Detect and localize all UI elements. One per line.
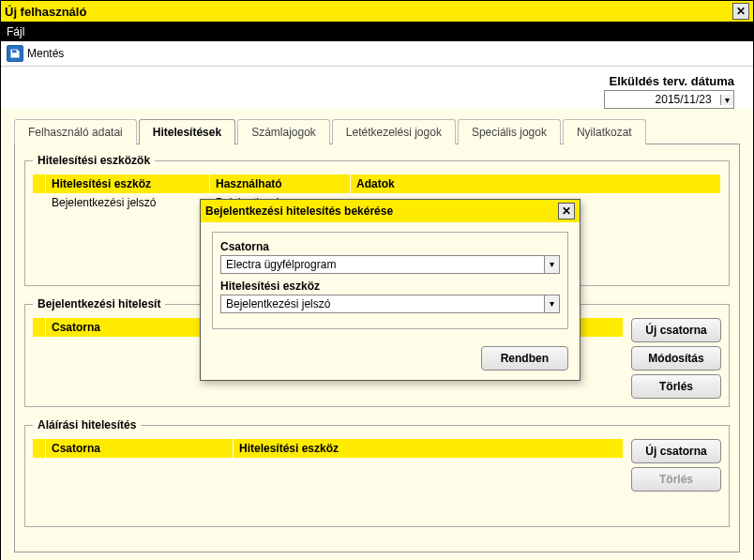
tool-label: Hitelesítési eszköz [220,280,560,293]
save-icon[interactable] [7,45,23,62]
dialog-fieldset: Csatorna ▾ Hitelesítési eszköz ▾ [212,232,568,329]
sign-grid: Csatorna Hitelesítési eszköz [33,439,624,519]
menu-file[interactable]: Fájl [7,25,24,38]
fieldset-sign: Aláírási hitelesítés Csatorna Hitelesíté… [24,418,730,527]
date-zone: Elküldés terv. dátuma ▾ [1,67,753,109]
menubar: Fájl [1,23,753,41]
chevron-down-icon[interactable]: ▾ [544,295,559,312]
new-channel-button[interactable]: Új csatorna [631,318,721,342]
tabs: Felhasználó adatai Hitelesítések Számlaj… [14,118,740,144]
delete-button[interactable]: Törlés [631,374,721,399]
legend-sign: Aláírási hitelesítés [33,418,141,431]
legend-tools: Hitelesítési eszközök [33,154,155,167]
tool-input[interactable] [221,295,544,312]
ok-button[interactable]: Rendben [481,346,568,371]
cell-tool: Bejelentkezési jelszó [46,193,210,212]
close-icon[interactable]: ✕ [558,203,575,219]
tab-hitelesitesek[interactable]: Hitelesítések [139,119,235,144]
channel-combo[interactable]: ▾ [220,255,560,274]
row-gutter [33,439,46,458]
titlebar: Új felhasználó ✕ [1,1,753,23]
date-field: ▾ [604,90,734,109]
tab-szamlajogok[interactable]: Számlajogok [237,119,330,144]
legend-login: Bejelentkezési hitelesít [33,297,165,310]
save-button[interactable]: Mentés [27,47,64,60]
chevron-down-icon[interactable]: ▾ [720,95,733,105]
table-header: Hitelesítési eszköz Használható Adatok [33,174,721,193]
dialog-body: Csatorna ▾ Hitelesítési eszköz ▾ [201,222,580,342]
close-icon[interactable]: ✕ [732,3,749,20]
sign-buttons: Új csatorna Törlés [631,439,721,519]
window-title: Új felhasználó [5,5,86,19]
table-header: Csatorna Hitelesítési eszköz [33,439,624,458]
date-input[interactable] [605,91,717,108]
new-channel-button[interactable]: Új csatorna [631,439,721,463]
tab-letetkezelesi-jogok[interactable]: Letétkezelési jogok [332,119,456,144]
date-label: Elküldés terv. dátuma [1,74,734,88]
tab-felhasznalo-adatai[interactable]: Felhasználó adatai [14,119,137,144]
col-usable: Használható [210,174,351,193]
col-channel: Csatorna [46,439,234,458]
col-data: Adatok [351,174,721,193]
toolbar: Mentés [1,41,753,67]
dialog-titlebar: Bejelentkezési hitelesítés bekérése ✕ [201,200,580,222]
tool-combo[interactable]: ▾ [220,295,560,313]
col-tool: Hitelesítési eszköz [234,439,624,458]
row-gutter [33,174,46,193]
col-tool: Hitelesítési eszköz [46,174,210,193]
chevron-down-icon[interactable]: ▾ [544,256,559,273]
row-gutter [33,193,46,212]
row-gutter [33,318,46,337]
modify-button[interactable]: Módosítás [631,346,721,371]
tab-nyilatkozat[interactable]: Nyilatkozat [563,119,646,144]
channel-label: Csatorna [220,240,560,253]
dialog-footer: Rendben [201,342,580,380]
tab-specialis-jogok[interactable]: Speciális jogok [458,119,561,144]
delete-button[interactable]: Törlés [631,467,721,492]
channel-input[interactable] [221,256,544,273]
dialog-title: Bejelentkezési hitelesítés bekérése [205,204,393,218]
dialog-login-auth: Bejelentkezési hitelesítés bekérése ✕ Cs… [200,199,581,381]
login-buttons: Új csatorna Módosítás Törlés [631,318,721,399]
